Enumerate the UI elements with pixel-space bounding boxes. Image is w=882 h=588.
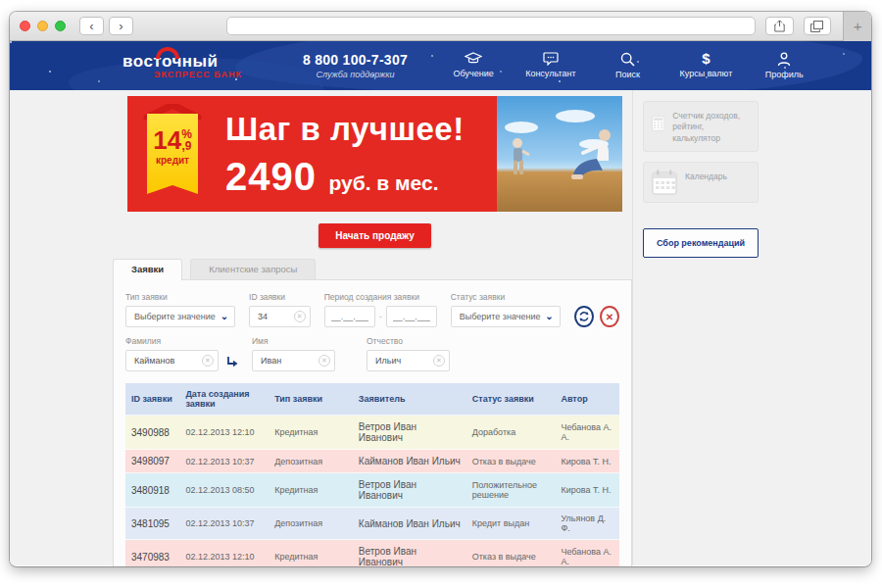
cell-author: Кирова Т. Н. (555, 450, 619, 473)
filter-middlename-label: Отчество (367, 336, 450, 346)
col-author[interactable]: Автор (555, 383, 619, 416)
browser-forward-button[interactable]: › (109, 17, 133, 35)
refresh-button[interactable] (574, 306, 594, 327)
reset-filters-button[interactable]: ✕ (600, 306, 619, 327)
url-bar[interactable] (226, 17, 756, 35)
filter-firstname-label: Имя (252, 336, 335, 346)
cell-date: 02.12.2013 10:37 (179, 508, 269, 540)
banner-title: Шаг в лучшее! (225, 112, 497, 147)
cell-type: Депозитная (269, 450, 353, 473)
filter-status-label: Статус заявки (451, 292, 561, 302)
table-row[interactable]: 3470983 02.12.2013 12:10 Кредитная Ветро… (125, 540, 619, 567)
table-row[interactable]: 3481095 02.12.2013 10:37 Депозитная Кайм… (125, 508, 619, 540)
search-icon (620, 52, 635, 67)
nav-item-profile[interactable]: Профиль (761, 52, 807, 79)
cell-type: Кредитная (269, 540, 353, 567)
phone-number: 8 800 100-7-307 (303, 52, 408, 68)
filter-type-select[interactable]: Выберите значение ⌄ (125, 306, 235, 327)
cell-date: 02.12.2013 08:50 (179, 473, 269, 508)
banner-text: Шаг в лучшее! 2490 руб. в мес. (198, 96, 497, 212)
filter-lastname-field: ✕ (125, 350, 219, 371)
col-applicant[interactable]: Заявитель (353, 383, 466, 416)
clear-icon[interactable]: ✕ (294, 311, 306, 322)
cell-status: Отказ в выдаче (466, 540, 556, 567)
clear-icon[interactable]: ✕ (433, 355, 445, 367)
table-row[interactable]: 3480918 02.12.2013 08:50 Кредитная Ветро… (125, 473, 619, 508)
rate-integer: 14 (153, 127, 181, 153)
cell-id: 3490988 (125, 416, 179, 450)
dollar-icon: $ (702, 52, 710, 66)
calculator-icon (652, 109, 664, 138)
period-from-field (324, 306, 375, 327)
nav-item-search[interactable]: Поиск (606, 52, 651, 79)
logo-text-primary: восточный (122, 53, 242, 70)
nav-item-consultant[interactable]: Консультант (525, 52, 575, 79)
period-dash: - (379, 312, 382, 321)
tab-requests[interactable]: Заявки (113, 259, 182, 280)
table-row[interactable]: 3490988 02.12.2013 12:10 Кредитная Ветро… (125, 416, 619, 450)
cell-applicant: Ветров Иван Иванович (353, 540, 466, 567)
tabs-overview-button[interactable] (804, 17, 832, 35)
tabs-icon (810, 21, 823, 32)
filter-period-fields: - (324, 306, 437, 327)
cell-status: Отказ в выдаче (466, 450, 556, 473)
tab-client-queries[interactable]: Клиентские запросы (190, 259, 316, 279)
table-row[interactable]: 3498097 02.12.2013 10:37 Депозитная Кайм… (125, 450, 619, 473)
filter-lastname-label: Фамилия (125, 336, 219, 346)
share-button[interactable] (765, 17, 794, 35)
apply-arrow-icon (226, 356, 238, 368)
banner-amount: 2490 (225, 155, 317, 198)
period-to-input[interactable] (387, 307, 436, 326)
nav-item-training[interactable]: Обучение (451, 52, 496, 79)
zoom-window-button[interactable] (55, 21, 66, 31)
desktop: ‹ › + восточный ЭКСПРЕСС БАНК 8 800 100-… (0, 0, 882, 588)
sidebar-card-calendar[interactable]: Календарь (643, 162, 759, 203)
banner-units: руб. в мес. (328, 172, 438, 194)
col-status[interactable]: Статус заявки (466, 383, 556, 416)
nav-label: Обучение (454, 69, 494, 78)
new-tab-button[interactable]: + (843, 12, 871, 41)
filter-status-select[interactable]: Выберите значение ⌄ (451, 306, 561, 327)
requests-panel: Тип заявки Выберите значение ⌄ ID заявки (113, 279, 632, 566)
rate-badge: 14 % ,9 кредит (147, 104, 198, 198)
nav-item-currency[interactable]: $ Курсы валют (680, 52, 733, 79)
filter-type-label: Тип заявки (125, 292, 235, 302)
minimize-window-button[interactable] (37, 21, 48, 31)
cell-id: 3480918 (125, 473, 179, 508)
sidebar-card-calculator[interactable]: Счетчик доходов, рейтинг, калькулятор (643, 101, 759, 152)
col-date[interactable]: Дата создания заявки (179, 383, 269, 416)
promo-banner[interactable]: 14 % ,9 кредит Шаг в лучшее! (127, 96, 622, 212)
refresh-icon (578, 311, 590, 322)
period-from-input[interactable] (325, 307, 374, 326)
browser-back-button[interactable]: ‹ (79, 17, 104, 35)
filter-status-value: Выберите значение (460, 312, 541, 321)
collect-recommendations-button[interactable]: Сбор рекомендаций (643, 228, 759, 258)
clear-icon[interactable]: ✕ (202, 355, 214, 367)
header-nav: Обучение Консультант Поиск $ Курсы валют… (451, 52, 807, 79)
nav-label: Поиск (615, 70, 640, 79)
bank-logo[interactable]: восточный ЭКСПРЕСС БАНК (122, 53, 242, 79)
logo-arc-icon (156, 47, 179, 59)
cloud-decoration (556, 110, 595, 122)
cell-applicant: Ветров Иван Иванович (353, 416, 466, 450)
cell-status: Положительное решение (466, 473, 556, 508)
logo-text-secondary: ЭКСПРЕСС БАНК (154, 71, 242, 79)
cell-id: 3481095 (125, 508, 179, 540)
cell-status: Доработка (466, 416, 556, 450)
close-window-button[interactable] (20, 21, 30, 31)
col-id[interactable]: ID заявки (125, 383, 179, 416)
share-icon (774, 20, 785, 32)
filters-row-2: Фамилия ✕ Имя (125, 336, 619, 371)
rate-badge-body: 14 % ,9 кредит (147, 114, 198, 194)
requests-table: ID заявки Дата создания заявки Тип заявк… (125, 383, 619, 566)
sidebar-card-label: Счетчик доходов, рейтинг, калькулятор (672, 109, 750, 144)
clear-icon[interactable]: ✕ (318, 355, 330, 367)
close-icon: ✕ (606, 312, 613, 322)
start-sale-button[interactable]: Начать продажу (318, 223, 431, 248)
window-controls (20, 21, 66, 31)
graduation-cap-icon (465, 52, 482, 66)
filter-period-label: Период создания заявки (324, 292, 437, 302)
apply-name-button[interactable] (226, 356, 238, 371)
col-type[interactable]: Тип заявки (269, 383, 353, 416)
filter-id-field: ✕ (249, 306, 311, 327)
